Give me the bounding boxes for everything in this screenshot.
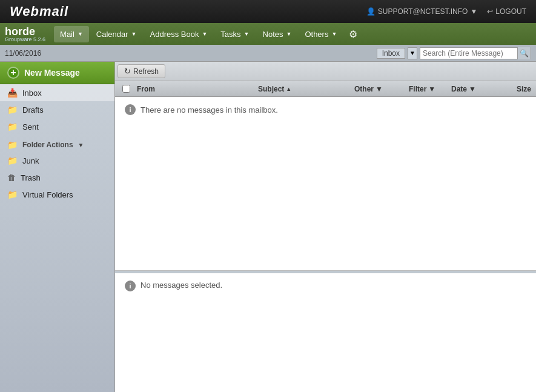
search-box: 🔍 <box>420 47 531 59</box>
nav-others[interactable]: Others ▼ <box>299 26 343 42</box>
th-checkbox <box>117 85 134 93</box>
nav-tasks-label: Tasks <box>220 30 240 39</box>
webmail-logo: Webmail <box>10 4 68 19</box>
folder-actions-header[interactable]: 📁 Folder Actions ▼ <box>0 135 114 152</box>
sidebar-item-inbox-label: Inbox <box>22 88 42 98</box>
sidebar-item-drafts[interactable]: 📁 Drafts <box>0 101 114 118</box>
sidebar-item-virtual-folders-label: Virtual Folders <box>22 190 73 199</box>
nav-address-book-label: Address Book <box>150 30 199 39</box>
sidebar-item-trash[interactable]: 🗑 Trash <box>0 169 114 186</box>
sidebar-item-junk-label: Junk <box>22 156 39 165</box>
horde-logo: horde Groupware 5.2.6 <box>5 26 45 42</box>
th-size-label: Size <box>517 85 531 93</box>
nav-address-book[interactable]: Address Book ▼ <box>144 26 214 42</box>
preview-info-icon: i <box>125 281 136 291</box>
trash-icon: 🗑 <box>7 173 16 182</box>
content-area: ↻ Refresh From Subject ▲ Other ▼ Filter … <box>115 62 536 392</box>
new-message-button[interactable]: + New Message <box>0 62 114 84</box>
empty-message-text: There are no messages in this mailbox. <box>141 105 278 115</box>
folder-actions-icon: 📁 <box>7 140 18 150</box>
new-message-label: New Message <box>24 68 80 78</box>
junk-icon: 📁 <box>7 156 18 165</box>
sidebar-item-junk[interactable]: 📁 Junk <box>0 152 114 169</box>
inbox-icon: 📥 <box>7 88 18 98</box>
preview-empty-text: No messages selected. <box>141 281 222 290</box>
inbox-badge: Inbox <box>377 48 405 59</box>
nav-calendar-arrow: ▼ <box>131 31 137 37</box>
refresh-button[interactable]: ↻ Refresh <box>117 64 165 78</box>
top-bar: Webmail 👤 SUPPORT@NCTEST.INFO ▼ ↩ LOGOUT <box>0 0 536 23</box>
empty-message: i There are no messages in this mailbox. <box>115 97 536 122</box>
drafts-icon: 📁 <box>7 105 18 115</box>
sidebar-nav: 📥 Inbox 📁 Drafts 📁 Sent 📁 Folder Actions… <box>0 84 114 392</box>
main-layout: + New Message 📥 Inbox 📁 Drafts 📁 Sent 📁 … <box>0 62 536 392</box>
sidebar-item-inbox[interactable]: 📥 Inbox <box>0 84 114 101</box>
top-right-controls: 👤 SUPPORT@NCTEST.INFO ▼ ↩ LOGOUT <box>366 7 526 16</box>
empty-info-icon: i <box>125 104 136 115</box>
nav-mail[interactable]: Mail ▼ <box>54 26 89 42</box>
nav-mail-label: Mail <box>60 30 74 39</box>
horde-text: horde <box>5 26 45 37</box>
sidebar-item-virtual-folders[interactable]: 📁 Virtual Folders <box>0 186 114 203</box>
sidebar-item-sent[interactable]: 📁 Sent <box>0 118 114 135</box>
date-label: 11/06/2016 <box>5 49 41 58</box>
nav-calendar[interactable]: Calendar ▼ <box>90 26 143 42</box>
message-list: i There are no messages in this mailbox. <box>115 97 536 271</box>
sub-bar: 11/06/2016 Inbox ▼ 🔍 <box>0 45 536 62</box>
select-all-checkbox[interactable] <box>122 85 130 93</box>
toolbar: ↻ Refresh <box>115 62 536 81</box>
th-filter-label: Filter <box>409 85 426 93</box>
th-date-label: Date <box>451 85 467 93</box>
th-from[interactable]: From <box>134 85 256 93</box>
th-subject-label: Subject <box>258 85 284 93</box>
subject-sort-icon: ▲ <box>286 86 291 92</box>
sidebar-item-drafts-label: Drafts <box>22 105 44 115</box>
logout-button[interactable]: ↩ LOGOUT <box>487 7 526 16</box>
sidebar-item-sent-label: Sent <box>22 122 39 131</box>
date-arrow: ▼ <box>469 85 476 93</box>
groupware-version: Groupware 5.2.6 <box>5 37 45 42</box>
virtual-folders-icon: 📁 <box>7 190 18 199</box>
preview-pane: i No messages selected. <box>115 271 536 392</box>
nav-tasks[interactable]: Tasks ▼ <box>214 26 255 42</box>
user-email: SUPPORT@NCTEST.INFO <box>378 7 468 16</box>
nav-tasks-arrow: ▼ <box>244 31 250 37</box>
user-menu[interactable]: 👤 SUPPORT@NCTEST.INFO ▼ <box>366 7 478 16</box>
nav-address-book-arrow: ▼ <box>202 31 207 37</box>
search-input[interactable] <box>420 49 517 58</box>
settings-gear-icon[interactable]: ⚙ <box>344 26 362 42</box>
nav-others-label: Others <box>305 30 328 39</box>
filter-arrow: ▼ <box>428 85 435 93</box>
inbox-dropdown[interactable]: ▼ <box>408 47 417 59</box>
th-size[interactable]: Size <box>497 85 534 93</box>
nav-others-arrow: ▼ <box>331 31 337 37</box>
folder-actions-label: Folder Actions <box>22 141 73 149</box>
th-from-label: From <box>137 85 155 93</box>
nav-notes-label: Notes <box>263 30 283 39</box>
th-other[interactable]: Other ▼ <box>352 85 406 93</box>
nav-mail-arrow: ▼ <box>78 31 83 37</box>
th-other-label: Other <box>354 85 374 93</box>
logout-label: LOGOUT <box>495 7 526 16</box>
th-subject[interactable]: Subject ▲ <box>256 85 352 93</box>
th-date[interactable]: Date ▼ <box>449 85 497 93</box>
th-filter[interactable]: Filter ▼ <box>406 85 449 93</box>
inbox-selector: Inbox ▼ 🔍 <box>377 47 531 59</box>
table-header: From Subject ▲ Other ▼ Filter ▼ Date ▼ S… <box>115 81 536 97</box>
nav-notes-arrow: ▼ <box>286 31 291 37</box>
sent-icon: 📁 <box>7 122 18 131</box>
search-button[interactable]: 🔍 <box>517 47 531 59</box>
nav-calendar-label: Calendar <box>96 30 128 39</box>
new-message-plus-icon: + <box>7 67 19 79</box>
refresh-icon: ↻ <box>124 67 131 76</box>
folder-actions-arrow: ▼ <box>78 142 84 148</box>
user-dropdown-icon: ▼ <box>470 7 477 16</box>
nav-notes[interactable]: Notes ▼ <box>257 26 298 42</box>
other-arrow: ▼ <box>376 85 383 93</box>
logout-icon: ↩ <box>487 7 493 16</box>
sidebar: + New Message 📥 Inbox 📁 Drafts 📁 Sent 📁 … <box>0 62 115 392</box>
refresh-label: Refresh <box>133 67 159 76</box>
user-icon: 👤 <box>366 7 376 16</box>
nav-bar: horde Groupware 5.2.6 Mail ▼ Calendar ▼ … <box>0 23 536 45</box>
sidebar-item-trash-label: Trash <box>21 173 41 182</box>
